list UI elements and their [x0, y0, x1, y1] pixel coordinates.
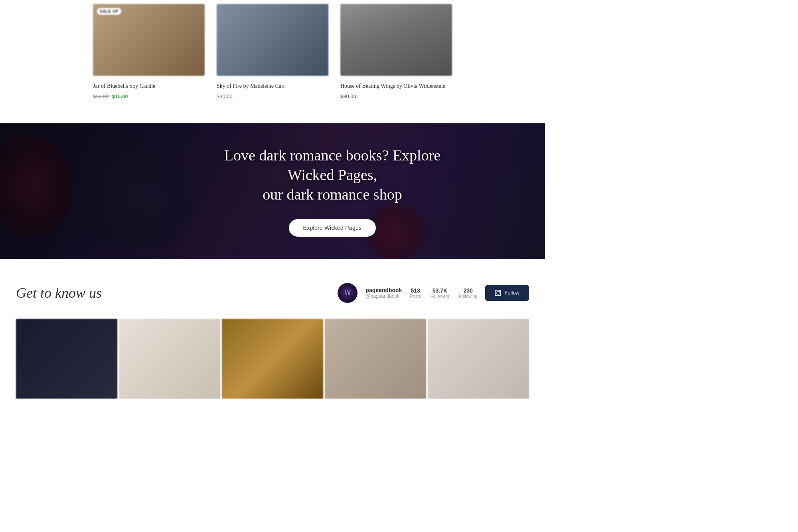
grid-image-placeholder-4 — [325, 319, 426, 399]
sale-badge: SALE UP — [97, 8, 121, 15]
following-count: 230 — [464, 287, 473, 294]
grid-image-4 — [325, 319, 426, 399]
banner-content: Love dark romance books? Explore Wicked … — [193, 146, 472, 237]
product-image-book2 — [340, 4, 452, 76]
instagram-info: pageandbook @pageandbook — [365, 287, 402, 299]
following-label: Following — [459, 294, 477, 299]
product-card-book1: Sky of Fire by Madeleine Carr $30.00 — [217, 4, 328, 99]
product-image-candle: SALE UP — [93, 4, 205, 76]
product-image-placeholder — [217, 4, 328, 76]
price-regular: $30.00 — [217, 93, 233, 99]
product-title-candle: Jar of Bluebells Soy Candle — [93, 82, 205, 90]
product-prices-candle: $50.00 $15.00 — [93, 93, 205, 99]
instagram-image-grid — [16, 319, 529, 399]
grid-image-1 — [16, 319, 117, 399]
price-sale: $15.00 — [112, 93, 128, 99]
products-section: SALE UP Jar of Bluebells Soy Candle $50.… — [0, 0, 545, 123]
grid-image-5 — [428, 319, 529, 399]
product-prices-book1: $30.00 — [217, 93, 328, 99]
followers-label: Followers — [431, 294, 449, 299]
grid-image-placeholder-3 — [222, 319, 323, 399]
banner-title: Love dark romance books? Explore Wicked … — [201, 146, 464, 205]
avatar-inner: W — [342, 287, 354, 299]
instagram-subhandle: @pageandbook — [365, 293, 402, 299]
stat-following: 230 Following — [459, 287, 477, 299]
price-regular: $30.00 — [340, 93, 356, 99]
follow-button-label: Follow — [504, 290, 519, 296]
follow-button[interactable]: Follow — [485, 285, 529, 301]
get-to-know-header: Get to know us W pageandbook @pageandboo… — [16, 283, 529, 303]
dark-romance-banner: Love dark romance books? Explore Wicked … — [0, 123, 545, 259]
grid-image-placeholder-5 — [428, 319, 529, 399]
product-image-placeholder — [340, 4, 452, 76]
price-original: $50.00 — [93, 93, 109, 99]
grid-image-placeholder-2 — [119, 319, 220, 399]
product-title-book1: Sky of Fire by Madeleine Carr — [217, 82, 328, 90]
product-card-book2: House of Beating Wings by Olivia Wildens… — [340, 4, 452, 99]
instagram-handle: pageandbook — [365, 287, 402, 293]
grid-image-2 — [119, 319, 220, 399]
product-title-book2: House of Beating Wings by Olivia Wildens… — [340, 82, 452, 90]
instagram-avatar: W — [338, 283, 358, 303]
product-image-placeholder — [93, 4, 205, 76]
instagram-stats: 513 Posts 53.7K Followers 230 Following — [410, 287, 477, 299]
instagram-widget: W pageandbook @pageandbook 513 Posts 53.… — [338, 283, 529, 303]
stat-posts: 513 Posts — [410, 287, 421, 299]
posts-label: Posts — [410, 294, 421, 299]
grid-image-placeholder-1 — [16, 319, 117, 399]
grid-image-3 — [222, 319, 323, 399]
posts-count: 513 — [411, 287, 420, 294]
get-to-know-section: Get to know us W pageandbook @pageandboo… — [0, 259, 545, 411]
explore-wicked-pages-button[interactable]: Explore Wicked Pages — [289, 219, 376, 237]
followers-count: 53.7K — [433, 287, 447, 294]
section-title: Get to know us — [16, 285, 102, 301]
avatar-letter: W — [345, 289, 351, 297]
instagram-icon — [495, 290, 501, 296]
stat-followers: 53.7K Followers — [431, 287, 449, 299]
product-prices-book2: $30.00 — [340, 93, 452, 99]
product-image-book1 — [217, 4, 328, 76]
product-card-candle: SALE UP Jar of Bluebells Soy Candle $50.… — [93, 4, 205, 99]
